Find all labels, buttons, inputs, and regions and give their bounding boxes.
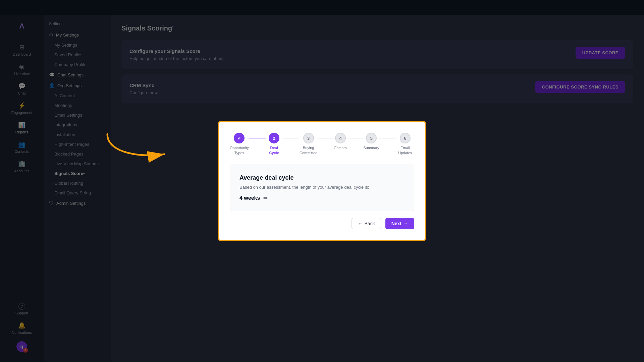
step-circle-4: 4 <box>335 133 346 143</box>
modal-body-desc: Based on our assessment, the length of y… <box>239 185 405 190</box>
step-circle-5: 5 <box>366 133 377 143</box>
modal-overlay: ✓ Opportunity Types 2 Deal Cycle 3 Buyin… <box>111 0 644 362</box>
arrow-annotation <box>111 127 171 169</box>
step-label-3: Buying Committee <box>299 145 317 155</box>
step-circle-1: ✓ <box>234 133 245 143</box>
step-label-2: Deal Cycle <box>266 145 283 155</box>
step-label-6: Email Updates <box>396 145 414 155</box>
step-circle-2: 2 <box>269 133 279 143</box>
edit-icon[interactable]: ✏ <box>263 195 268 201</box>
connector-2-3 <box>282 138 299 138</box>
step-circle-3: 3 <box>303 133 314 143</box>
connector-3-4 <box>318 138 334 138</box>
step-summary: 5 Summary <box>364 133 379 150</box>
deal-cycle-text: 4 weeks <box>239 195 260 201</box>
step-buying-committee: 3 Buying Committee <box>299 133 317 155</box>
step-deal-cycle: 2 Deal Cycle <box>266 133 283 155</box>
modal: ✓ Opportunity Types 2 Deal Cycle 3 Buyin… <box>218 121 426 241</box>
steps-container: ✓ Opportunity Types 2 Deal Cycle 3 Buyin… <box>230 133 414 155</box>
deal-cycle-value: 4 weeks ✏ <box>239 195 405 201</box>
step-email-updates: 6 Email Updates <box>396 133 414 155</box>
step-label-4: Factors <box>334 145 347 150</box>
step-opportunity-types: ✓ Opportunity Types <box>230 133 249 155</box>
step-circle-6: 6 <box>400 133 411 143</box>
back-button[interactable]: ← Back <box>352 218 381 229</box>
modal-footer: ← Back Next → <box>230 218 414 229</box>
main-content: Signals Scoring• Configure your Signals … <box>111 0 644 362</box>
step-factors: 4 Factors <box>334 133 347 150</box>
connector-4-5 <box>347 138 364 138</box>
connector-1-2 <box>249 138 266 138</box>
next-arrow-icon: → <box>404 221 408 226</box>
step-label-1: Opportunity Types <box>230 145 249 155</box>
next-button[interactable]: Next → <box>385 218 414 229</box>
modal-body: Average deal cycle Based on our assessme… <box>230 165 414 211</box>
connector-5-6 <box>379 138 396 138</box>
step-label-5: Summary <box>364 145 379 150</box>
modal-body-title: Average deal cycle <box>239 174 405 181</box>
back-arrow-icon: ← <box>358 221 363 226</box>
